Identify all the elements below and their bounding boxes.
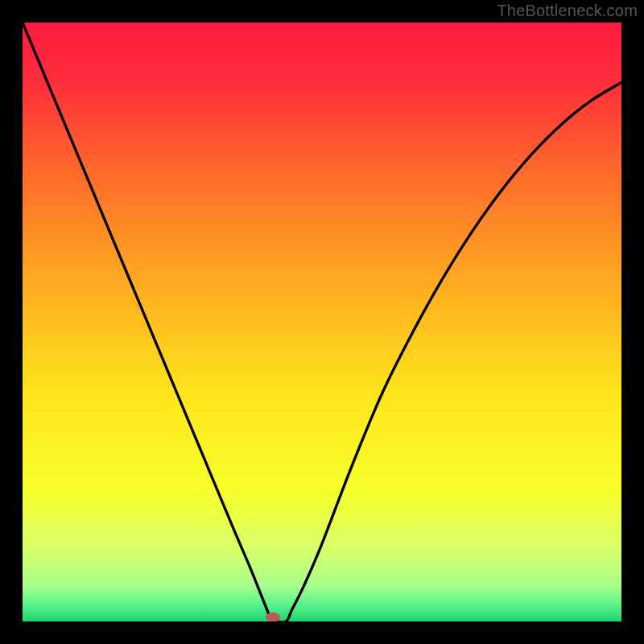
watermark-text: TheBottleneck.com xyxy=(497,2,638,20)
chart-frame: TheBottleneck.com xyxy=(0,0,644,644)
plot-background xyxy=(23,23,621,621)
bottleneck-plot xyxy=(23,23,621,621)
